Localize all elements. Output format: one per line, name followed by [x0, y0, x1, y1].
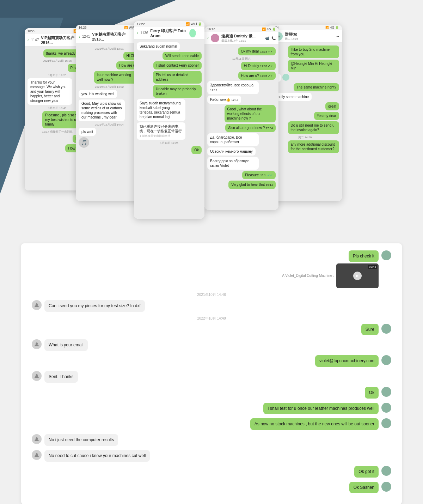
header-nav-2[interactable]: ‹ 1241 VIP越南震动刀客户 2516... ⋯ — [76, 30, 143, 43]
bottom-chat-section: Pls check it A Violet_Digital Cutting Ma… — [21, 243, 402, 504]
header-nav-4[interactable]: ‹ 速卖通 Dmitriy 俄... 最后上线上午 16:19 📹 📞 — [204, 32, 278, 44]
more-icon-5[interactable]: ⋯ — [336, 35, 339, 38]
play-button[interactable]: ▶ — [353, 272, 362, 280]
sender-avatar-right-4 — [381, 387, 391, 397]
online-status-4: 最后上线上午 16:19 — [221, 39, 263, 43]
header-nav-3[interactable]: ‹ 1136 Ferry 印尼客户 Toto Arum ⋯ — [134, 27, 204, 40]
bubble-sure: Sure — [361, 324, 379, 335]
video-thumbnail[interactable]: 03:45 ▶ — [336, 263, 379, 288]
sender-avatar-right-2 — [381, 324, 391, 334]
sender-avatar-right-6 — [381, 418, 391, 428]
bottom-msg-ok-got-it: Ok got it — [32, 466, 391, 478]
member-count-5: 周二 14:24 — [285, 37, 333, 41]
chat-body-3: Sekarang sudah normal Will send u one ca… — [134, 40, 204, 219]
bubble-ok-sashen: Ok Sashen — [349, 482, 379, 493]
chat-window-4: 16:26 📶 4G 🔋 ‹ 速卖通 Dmitriy 俄... 最后上线上午 1… — [204, 26, 278, 210]
msg-computer-results: No i just need the computer results — [44, 434, 118, 446]
contact-count-3: 1136 — [140, 31, 148, 35]
avatar-3 — [189, 29, 196, 37]
chat-body-5: I like to buy 2nd machine from you. @Heu… — [268, 43, 342, 201]
bubble-ok: Ok — [365, 387, 379, 399]
avatar-left-1 — [32, 300, 42, 310]
sender-avatar-right-5 — [381, 403, 391, 413]
bottom-msg-4: No i just need the computer results — [32, 434, 391, 446]
time-2: 16:23 — [79, 26, 87, 29]
more-icon-3[interactable]: ⋯ — [198, 31, 202, 35]
avatar-left-2 — [32, 339, 42, 349]
avatar-left-3 — [32, 371, 42, 381]
chat-window-5: 09:54 📶 4G 🔋 ‹ G 群聊(6) 周二 14:24 ⋯ I like… — [268, 25, 342, 201]
sender-avatar-right — [381, 250, 391, 260]
signal-3: 📶 WiFi 🔋 — [186, 22, 202, 26]
timestamp-1: 2021年10月 14:48 — [32, 292, 391, 297]
contact-count-1: 1147 — [31, 38, 39, 42]
back-arrow-4[interactable]: ‹ — [207, 36, 209, 41]
status-bar-4: 16:26 📶 4G 🔋 — [204, 26, 278, 32]
bottom-msg-3: Sent. Thanks — [32, 371, 391, 383]
bubble-pls-check: Pls check it — [349, 250, 379, 262]
bottom-msg-1: Can i send you my pieces for my test siz… — [32, 300, 391, 312]
contact-name-5: 群聊(6) — [285, 32, 333, 37]
time-3: 17:22 — [137, 22, 145, 26]
time-4: 16:26 — [207, 28, 215, 31]
bottom-msg-stock: As now no stock machines , but the new o… — [32, 418, 391, 430]
back-arrow-1[interactable]: ‹ — [27, 38, 29, 43]
chat-window-2: 16:23 📶 WiFi 🔋 ‹ 1241 VIP越南震动刀客户 2516...… — [76, 25, 143, 201]
video-duration: 03:45 — [368, 265, 377, 269]
chat-window-3: 17:22 📶 WiFi 🔋 ‹ 1136 Ferry 印尼客户 Toto Ar… — [134, 21, 204, 219]
msg-no-cut: No need to cut cause i know your machine… — [44, 450, 150, 462]
signal-4: 📶 4G 🔋 — [262, 28, 276, 31]
bottom-msg-5: No need to cut cause i know your machine… — [32, 450, 391, 462]
contact-name-4: 速卖通 Dmitriy 俄... — [221, 34, 263, 39]
chat-body-4: Ok my dear 18:18 ✓✓ 12月11日 周六 Hi Dmitriy… — [204, 44, 278, 210]
bottom-msg-2: What is your email — [32, 339, 391, 351]
bubble-test: I shall test for u once our leather mach… — [263, 403, 379, 414]
signal-5: 📶 4G 🔋 — [325, 26, 339, 29]
back-arrow-2[interactable]: ‹ — [79, 34, 80, 39]
contact-name-2: VIP越南震动刀客户 2516... — [92, 32, 134, 41]
chat-body-2: 2021年12月20日 13:31 Hi Chu How are u? Is u… — [76, 43, 143, 201]
status-bar-3: 17:22 📶 WiFi 🔋 — [134, 21, 204, 27]
time-1: 18:29 — [27, 29, 36, 33]
msg-sent-thanks: Sent. Thanks — [44, 371, 78, 383]
status-bar-5: 09:54 📶 4G 🔋 — [268, 25, 342, 30]
bottom-msg-ok: Ok — [32, 387, 391, 399]
timestamp-2: 2022年10月 14:48 — [32, 316, 391, 321]
bubble-email: violet@topcncmachinery.com — [315, 355, 379, 367]
back-arrow-3[interactable]: ‹ — [137, 31, 138, 36]
msg-test-size: Can i send you my pieces for my test siz… — [44, 300, 145, 312]
contact-name-3: Ferry 印尼客户 Toto Arum — [150, 28, 187, 38]
small-avatar-5a — [282, 74, 289, 81]
video-icon-4[interactable]: 📹 — [265, 36, 269, 40]
avatar-4 — [211, 34, 219, 42]
header-nav-5[interactable]: ‹ G 群聊(6) 周二 14:24 ⋯ — [268, 30, 342, 43]
phone-icon-4[interactable]: 📞 — [271, 36, 276, 40]
bottom-msg-video: Pls check it A Violet_Digital Cutting Ma… — [32, 250, 391, 288]
bottom-msg-email-addr: violet@topcncmachinery.com — [32, 355, 391, 367]
msg-email: What is your email — [44, 339, 88, 351]
bubble-stock: As now no stock machines , but the new o… — [250, 418, 379, 430]
sender-avatar-right-8 — [381, 482, 391, 492]
avatar-left-4 — [32, 434, 42, 444]
sender-avatar-right-3 — [381, 355, 391, 365]
bubble-ok-got-it: Ok got it — [354, 466, 379, 478]
bottom-msg-test: I shall test for u once our leather mach… — [32, 403, 391, 414]
screenshots-area: 18:29 📶 4G 🔋 ‹ 1147 VIP越南震动刀客户 2516... t… — [7, 7, 416, 236]
status-bar-2: 16:23 📶 WiFi 🔋 — [76, 25, 143, 30]
contact-count-2: 1241 — [82, 35, 90, 38]
sender-avatar-right-7 — [381, 466, 391, 476]
main-content: 18:29 📶 4G 🔋 ‹ 1147 VIP越南震动刀客户 2516... t… — [0, 0, 423, 504]
bottom-msg-ok-sashen: Ok Sashen — [32, 482, 391, 493]
avatar-left-5 — [32, 450, 42, 460]
bottom-msg-sure: Sure — [32, 324, 391, 335]
video-caption: A Violet_Digital Cutting Machine : — [282, 274, 334, 278]
audio-icon[interactable]: 🎵 — [79, 137, 89, 148]
